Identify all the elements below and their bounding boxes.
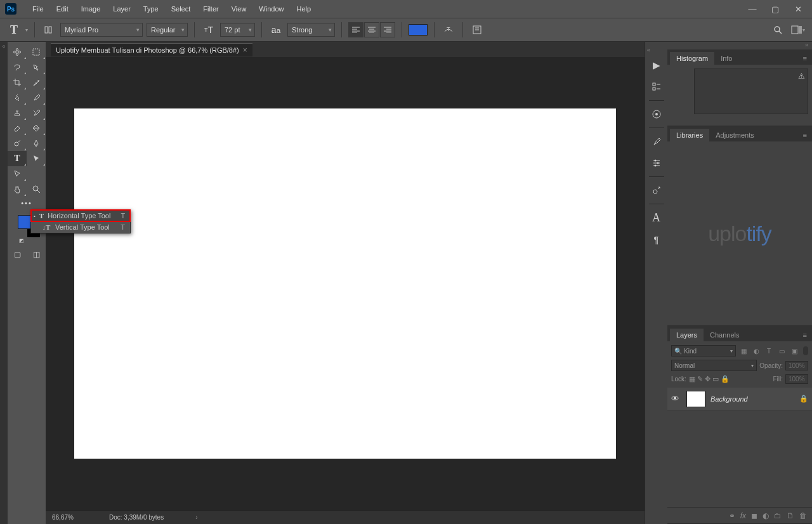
adjustments-tab[interactable]: Adjustments [709,129,761,141]
layer-lock-icon[interactable]: 🔒 [799,395,808,403]
actions-play-icon[interactable]: ▶ [648,56,665,74]
delete-layer-icon[interactable]: 🗑 [799,511,807,520]
filter-image-icon[interactable]: ▦ [738,346,749,356]
menu-select[interactable]: Select [165,2,197,16]
lock-all-icon[interactable]: 🔒 [721,375,730,383]
canvas[interactable] [74,108,616,459]
panel-menu-icon[interactable]: ≡ [798,329,812,341]
layer-name[interactable]: Background [710,395,794,403]
left-collapse-arrow[interactable]: « [0,42,8,524]
color-wheel-icon[interactable] [648,105,665,123]
minimize-button[interactable]: — [743,3,761,15]
info-tab[interactable]: Info [714,52,738,65]
font-style-select[interactable]: Regular [147,23,188,37]
menu-image[interactable]: Image [75,2,107,16]
quickmask-mode-icon[interactable]: ◫ [27,247,46,261]
crop-tool[interactable] [8,75,27,90]
font-family-select[interactable]: Myriad Pro [60,23,143,37]
eyedropper-tool[interactable] [27,75,46,90]
dodge-tool[interactable] [8,136,27,151]
align-left-button[interactable] [348,22,363,37]
menu-edit[interactable]: Edit [50,2,75,16]
lock-transparency-icon[interactable]: ▦ [689,375,695,383]
new-layer-icon[interactable]: 🗋 [787,511,794,520]
menu-type[interactable]: Type [137,2,165,16]
vertical-type-tool-item[interactable]: ↓T Vertical Type Tool T [31,221,130,233]
direct-select-tool[interactable] [8,166,27,181]
search-icon[interactable] [770,22,785,37]
zoom-tool[interactable] [27,181,46,197]
menu-help[interactable]: Help [290,2,317,16]
panels-collapse-arrow[interactable]: » [667,42,812,49]
maximize-button[interactable]: ▢ [766,3,784,15]
type-tool[interactable]: T [8,151,27,166]
layer-fx-icon[interactable]: fx [740,511,746,520]
visibility-toggle-icon[interactable]: 👁 [671,394,681,403]
filter-smart-icon[interactable]: ▣ [789,346,799,356]
menu-view[interactable]: View [225,2,253,16]
panel-menu-icon[interactable]: ≡ [798,52,812,65]
brush-tool[interactable] [27,90,46,105]
menu-layer[interactable]: Layer [107,2,137,16]
workspace-switcher-icon[interactable]: ▾ [790,22,806,37]
character-icon[interactable]: A [648,209,665,226]
filter-adjustment-icon[interactable]: ◐ [751,346,761,356]
layer-filter-kind[interactable]: 🔍 Kind ▾ [671,345,736,357]
document-tab[interactable]: Uplotify Membuat Tulisan di Photoshop @ … [51,43,252,56]
lock-artboard-icon[interactable]: ▭ [712,375,719,383]
lock-position-icon[interactable]: ✥ [705,375,710,383]
layers-tab[interactable]: Layers [670,329,704,341]
align-right-button[interactable] [380,22,395,37]
default-colors-icon[interactable]: ◩ [19,238,24,244]
hand-tool[interactable] [8,181,27,197]
canvas-area[interactable] [46,57,645,510]
edit-toolbar-button[interactable]: ••• [8,197,46,209]
zoom-level[interactable]: 66,67% [52,514,90,521]
paragraph-icon[interactable]: ¶ [648,230,665,248]
pen-tool[interactable] [27,136,46,151]
path-select-tool[interactable] [27,151,46,166]
character-panel-icon[interactable] [469,22,485,37]
menu-file[interactable]: File [26,2,50,16]
link-layers-icon[interactable]: ⚭ [729,511,735,520]
menu-window[interactable]: Window [252,2,290,16]
warp-text-icon[interactable]: T [441,22,456,37]
fill-value[interactable]: 100% [785,374,808,384]
filter-type-icon[interactable]: T [764,346,774,356]
font-size-select[interactable]: 72 pt [220,23,255,37]
close-tab-icon[interactable]: × [243,46,247,55]
layer-item-background[interactable]: 👁 Background 🔒 [667,388,812,410]
brushes-icon[interactable] [648,133,665,150]
eraser-tool[interactable] [8,121,27,136]
libraries-tab[interactable]: Libraries [670,129,709,141]
properties-icon[interactable] [648,78,665,96]
menu-filter[interactable]: Filter [197,2,225,16]
marquee-tool[interactable] [27,44,46,60]
opacity-value[interactable]: 100% [785,361,808,370]
brush-settings-icon[interactable] [648,154,665,172]
strip-collapse-arrow[interactable]: « [645,47,650,55]
lasso-tool[interactable] [8,60,27,75]
standard-mode-icon[interactable]: ▢ [8,247,27,261]
orientation-toggle-icon[interactable] [41,22,56,37]
anti-alias-select[interactable]: Strong [287,23,335,37]
adjustment-layer-icon[interactable]: ◐ [763,511,769,520]
filter-shape-icon[interactable]: ▭ [776,346,787,356]
text-color-swatch[interactable] [409,24,428,36]
histogram-tab[interactable]: Histogram [670,52,714,65]
healing-tool[interactable] [8,90,27,105]
layer-mask-icon[interactable]: ◼ [751,511,757,520]
quick-select-tool[interactable] [27,60,46,75]
new-group-icon[interactable]: 🗀 [774,511,782,520]
layer-thumbnail[interactable] [686,391,705,407]
doc-info[interactable]: Doc: 3,39M/0 bytes [109,514,164,521]
filter-toggle[interactable] [803,346,808,355]
foreground-color[interactable] [18,215,32,229]
close-button[interactable]: ✕ [789,3,807,15]
blend-mode-select[interactable]: Normal▾ [671,360,757,371]
tool-preset-icon[interactable]: T [6,22,22,37]
status-caret-icon[interactable]: › [195,514,197,521]
gradient-tool[interactable] [27,121,46,136]
channels-tab[interactable]: Channels [704,329,745,341]
horizontal-type-tool-item[interactable]: • T Horizontal Type Tool T [31,210,130,221]
